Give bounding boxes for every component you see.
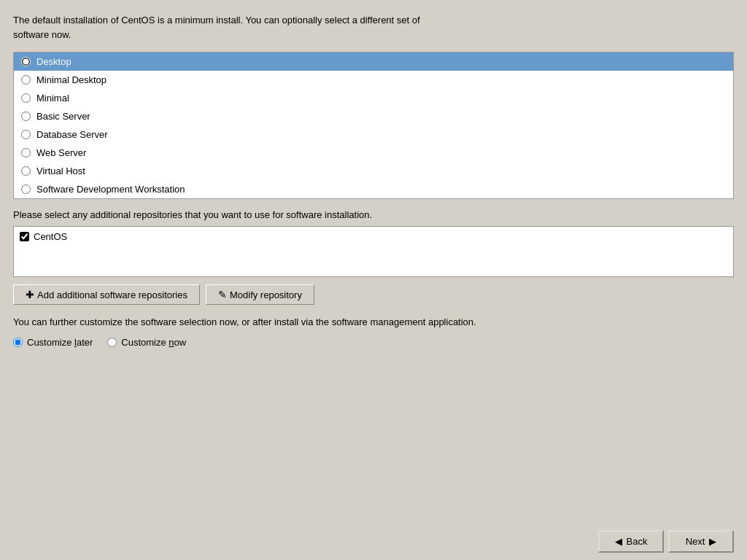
customize-options: Customize laterCustomize now: [13, 335, 734, 350]
software-list-item-desktop[interactable]: Desktop: [14, 52, 733, 71]
customize-label-customize-later: Customize later: [27, 335, 93, 350]
software-label-software-dev-workstation: Software Development Workstation: [36, 184, 185, 195]
software-label-minimal: Minimal: [36, 93, 69, 104]
software-list-box: DesktopMinimal DesktopMinimalBasic Serve…: [13, 52, 734, 199]
software-label-web-server: Web Server: [36, 147, 86, 158]
repo-section-label: Please select any additional repositorie…: [13, 209, 734, 220]
next-label: Next: [686, 536, 705, 547]
repo-list-box: CentOS: [13, 226, 734, 277]
software-list-item-web-server[interactable]: Web Server: [14, 144, 733, 162]
add-icon: ✚: [26, 289, 34, 300]
software-label-database-server: Database Server: [36, 129, 108, 140]
next-button[interactable]: Next ▶: [668, 530, 734, 553]
radio-customize-now[interactable]: [107, 338, 117, 347]
radio-web-server[interactable]: [21, 148, 31, 158]
intro-text: The default installation of CentOS is a …: [13, 13, 429, 42]
add-repo-label: Add additional software repositories: [37, 289, 187, 300]
radio-database-server[interactable]: [21, 130, 31, 139]
customize-option-customize-later[interactable]: Customize later: [13, 335, 93, 350]
radio-virtual-host[interactable]: [21, 166, 31, 176]
software-list-item-basic-server[interactable]: Basic Server: [14, 107, 733, 125]
next-arrow-icon: ▶: [709, 536, 716, 547]
customize-label-customize-now: Customize now: [121, 335, 186, 350]
buttons-row: ✚ Add additional software repositories ✎…: [13, 284, 734, 305]
software-label-minimal-desktop: Minimal Desktop: [36, 74, 107, 85]
back-label: Back: [627, 536, 648, 547]
customize-text: You can further customize the software s…: [13, 316, 476, 327]
back-button[interactable]: ◀ Back: [598, 530, 664, 553]
bottom-bar: ◀ Back Next ▶: [598, 530, 734, 553]
software-list-item-database-server[interactable]: Database Server: [14, 125, 733, 144]
radio-desktop[interactable]: [21, 57, 31, 66]
back-arrow-icon: ◀: [615, 536, 622, 547]
software-label-virtual-host: Virtual Host: [36, 166, 85, 176]
software-list-item-software-dev-workstation[interactable]: Software Development Workstation: [14, 180, 733, 198]
repo-item-centos[interactable]: CentOS: [20, 231, 727, 242]
radio-software-dev-workstation[interactable]: [21, 184, 31, 194]
modify-icon: ✎: [218, 289, 227, 300]
modify-repo-label: Modify repository: [230, 289, 302, 300]
checkbox-centos[interactable]: [20, 232, 29, 241]
radio-minimal-desktop[interactable]: [21, 75, 31, 85]
software-list-item-minimal[interactable]: Minimal: [14, 89, 733, 107]
software-label-basic-server: Basic Server: [36, 111, 90, 122]
software-label-desktop: Desktop: [36, 56, 71, 67]
customize-section: You can further customize the software s…: [13, 315, 734, 349]
add-repo-button[interactable]: ✚ Add additional software repositories: [13, 284, 200, 305]
modify-repo-button[interactable]: ✎ Modify repository: [206, 284, 314, 305]
radio-customize-later[interactable]: [13, 338, 23, 347]
software-list-item-minimal-desktop[interactable]: Minimal Desktop: [14, 71, 733, 89]
repo-label-centos: CentOS: [34, 231, 67, 242]
software-list-item-virtual-host[interactable]: Virtual Host: [14, 162, 733, 180]
radio-minimal[interactable]: [21, 93, 31, 103]
radio-basic-server[interactable]: [21, 112, 31, 121]
customize-option-customize-now[interactable]: Customize now: [107, 335, 186, 350]
